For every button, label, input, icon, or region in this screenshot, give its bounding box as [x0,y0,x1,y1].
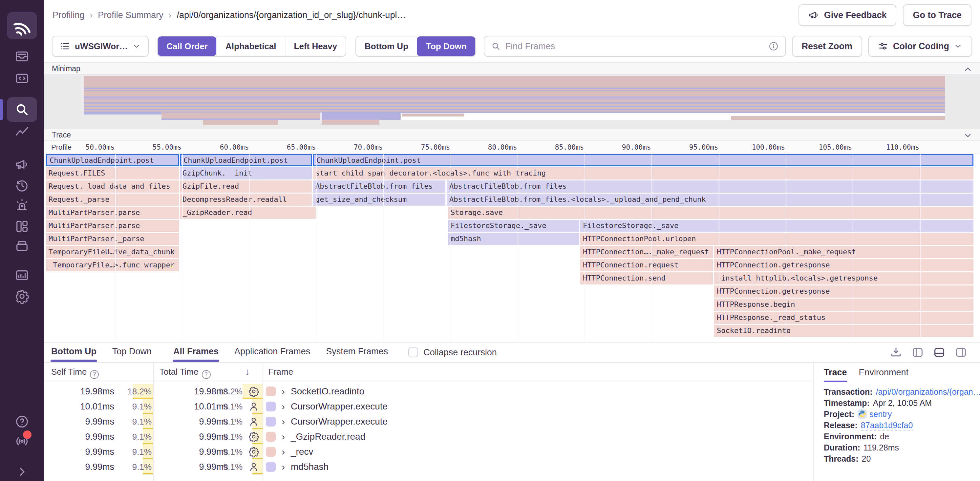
self-time-column-header[interactable]: Self Time? [51,363,99,381]
breadcrumb-item[interactable]: /api/0/organizations/{organization_id_or… [177,10,406,20]
find-frames-input[interactable] [506,41,764,51]
flame-frame[interactable]: MultiPartParser.parse [46,207,179,219]
flame-frame[interactable]: AbstractFileBlob.from_files [447,181,974,193]
sidebar-item-help[interactable] [14,414,30,429]
color-coding-button[interactable]: Color Coding [868,36,972,57]
sort-option-alphabetical[interactable]: Alphabetical [216,37,285,56]
expand-chevron-icon[interactable]: › [282,462,285,472]
thread-selector[interactable]: uWSGIWor… [52,36,149,57]
sidebar-item-feedback[interactable] [14,157,30,172]
flame-frame[interactable]: HTTPResponse.begin [714,298,974,311]
flame-frame[interactable]: GzipChunk.__init__ [180,167,312,179]
flame-frame[interactable]: HTTPConnectionPool._make_request [714,246,974,258]
flame-frame[interactable]: AbstractFileBlob.from_files [313,181,445,193]
collapse-sidebar-button[interactable] [14,464,30,479]
reset-zoom-button[interactable]: Reset Zoom [792,36,862,57]
sidebar-item-issues[interactable] [14,49,30,64]
table-row[interactable]: 9.99ms9.1%9.99ms9.1%›CursorWrapper.execu… [44,414,813,429]
layout-right-icon[interactable] [955,346,967,359]
flame-frame[interactable]: start_child_span_decorator.<locals>.func… [313,167,974,179]
collapse-trace-button[interactable] [963,130,973,142]
collapse-recursion-checkbox[interactable] [408,348,418,357]
flame-frame[interactable]: HTTPResponse._read_status [714,312,974,324]
flame-frame[interactable]: FilestoreStorage._save [580,220,974,232]
flame-frame[interactable]: HTTPConnectionPool.urlopen [580,233,974,245]
breadcrumb-item[interactable]: Profiling [52,10,85,20]
expand-chevron-icon[interactable]: › [282,432,285,441]
table-row[interactable]: 9.99ms9.1%9.99ms9.1%›md5hash [44,459,813,475]
expand-chevron-icon[interactable]: › [282,386,285,396]
flame-frame[interactable]: HTTPConnection.getresponse [714,259,974,271]
give-feedback-button[interactable]: Give Feedback [799,4,897,26]
tab-system-frames[interactable]: System Frames [325,343,388,362]
find-frames-search[interactable] [484,36,786,57]
breadcrumb-item[interactable]: Profile Summary [98,10,164,20]
flame-frame[interactable]: MultiPartParser._parse [46,233,179,245]
sort-direction-icon[interactable]: ↓ [245,363,250,381]
direction-option-top-down[interactable]: Top Down [417,37,475,56]
flame-frame[interactable]: Request.FILES [46,167,179,179]
sidebar-item-insights[interactable] [14,124,30,140]
layout-left-icon[interactable] [911,346,924,359]
sidebar-item-explore[interactable] [7,97,37,122]
download-icon[interactable] [889,346,902,359]
details-value[interactable]: /api/0/organizations/{organ… [876,387,980,396]
question-icon[interactable]: ? [90,370,99,379]
flame-frame[interactable]: get_size_and_checksum [313,194,445,206]
expand-chevron-icon[interactable]: › [282,402,285,411]
table-row[interactable]: 10.01ms9.1%10.01ms9.1%›CursorWrapper.exe… [44,399,813,414]
flame-frame[interactable]: ChunkUploadEndpoint.post [46,154,179,166]
table-row[interactable]: 9.99ms9.1%9.99ms9.1%›_recv [44,444,813,459]
expand-chevron-icon[interactable]: › [282,417,285,427]
question-icon[interactable]: ? [202,370,211,379]
flame-frame[interactable]: FilestoreStorage._save [448,220,579,232]
frame-column-header[interactable]: Frame [269,363,293,381]
flame-frame[interactable]: _GzipReader.read [180,207,316,219]
sort-option-left-heavy[interactable]: Left Heavy [285,37,346,56]
flame-frame[interactable]: AbstractFileBlob.from_files.<locals>._up… [447,194,974,206]
flame-frame[interactable]: HTTPConnection.getresponse [714,286,974,298]
flame-frame[interactable]: md5hash [448,233,579,245]
flame-frame[interactable]: Storage.save [448,207,974,219]
flame-frame[interactable]: ChunkUploadEndpoint.post [180,154,312,166]
sidebar-item-releases[interactable] [14,178,30,193]
go-to-trace-button[interactable]: Go to Trace [903,4,972,26]
direction-option-bottom-up[interactable]: Bottom Up [356,37,417,56]
details-tab-environment[interactable]: Environment [859,367,909,382]
expand-chevron-icon[interactable]: › [282,447,285,457]
layout-bottom-icon[interactable] [933,346,946,359]
minimap-canvas[interactable] [44,75,980,129]
flame-frame[interactable]: MultiPartParser.parse [46,220,179,232]
sort-option-call-order[interactable]: Call Order [158,37,216,56]
sidebar-item-alerts[interactable] [14,198,30,213]
flamegraph[interactable]: ChunkUploadEndpoint.postChunkUploadEndpo… [44,154,980,342]
flame-frame[interactable]: _install_httplib.<locals>.getresponse [714,272,974,284]
sidebar-item-archive[interactable] [14,238,30,254]
flame-frame[interactable]: Request._load_data_and_files [46,181,179,193]
tab-application-frames[interactable]: Application Frames [234,343,311,362]
flame-frame[interactable]: HTTPConnection…._make_request [580,246,713,258]
details-value[interactable]: sentry [869,410,892,419]
sidebar-item-dashboards[interactable] [14,219,30,234]
table-row[interactable]: 9.99ms9.1%9.99ms9.1%›_GzipReader.read [44,429,813,444]
flame-frame[interactable]: ChunkUploadEndpoint.post [313,154,974,166]
flame-frame[interactable]: HTTPConnection.send [580,272,713,284]
details-tab-trace[interactable]: Trace [824,367,847,382]
sidebar-item-stats[interactable] [14,268,30,283]
flame-frame[interactable]: Request._parse [46,194,179,206]
sentry-logo[interactable] [7,12,37,40]
sidebar-item-settings[interactable] [14,289,30,304]
flame-frame[interactable]: DecompressReader.readall [180,194,312,206]
table-row[interactable]: 19.98ms18.2%19.98ms18.2%›SocketIO.readin… [44,384,813,399]
sidebar-item-projects[interactable] [14,71,30,86]
flame-frame[interactable]: TemporaryFileU…ive_data_chunk [46,246,179,258]
flame-frame[interactable]: HTTPConnection.request [580,259,713,271]
flame-frame[interactable]: _TemporaryFile…>.func_wrapper [46,259,179,271]
info-icon[interactable] [768,41,779,51]
flame-frame[interactable]: SocketIO.readinto [714,325,974,337]
sidebar-item-whats-new[interactable] [14,433,30,448]
tab-bottom-up[interactable]: Bottom Up [51,343,97,362]
total-time-column-header[interactable]: Total Time? [159,363,211,381]
tab-top-down[interactable]: Top Down [111,343,152,362]
details-value[interactable]: 87aab1d9cfa0 [861,421,913,430]
